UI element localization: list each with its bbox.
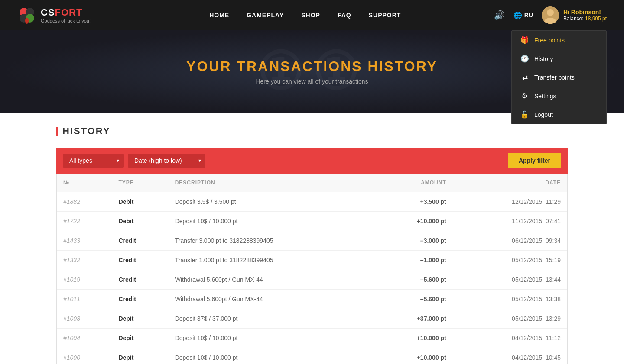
logo-icon	[17, 6, 36, 25]
cell-desc: Deposit 37$ / 37.000 pt	[169, 309, 374, 329]
table-row: #1000 Depit Deposit 10$ / 10.000 pt +10.…	[57, 348, 567, 364]
cell-date: 05/12/2015, 15:19	[453, 251, 567, 270]
table-row: #1882 Debit Deposit 3.5$ / 3.500 pt +3.5…	[57, 192, 567, 212]
globe-icon: 🌐	[514, 11, 522, 19]
cell-desc: Deposit 3.5$ / 3.500 pt	[169, 192, 374, 212]
sort-filter-select[interactable]: Date (high to low) Date (low to high) Am…	[128, 154, 205, 168]
col-amount: AMOUNT	[374, 174, 452, 192]
dropdown-history[interactable]: 🕐 History	[512, 49, 606, 68]
cell-type: Depit	[112, 309, 168, 329]
transactions-table: № TYPE DESCRIPTION AMOUNT DATE #1882 Deb…	[57, 174, 567, 364]
dropdown-free-points[interactable]: 🎁 Free points	[512, 31, 606, 49]
svg-point-4	[25, 18, 29, 24]
language-label: RU	[524, 12, 533, 19]
cell-type: Debit	[112, 212, 168, 231]
cell-date: 05/12/2015, 13:44	[453, 270, 567, 290]
apply-filter-button[interactable]: Apply filter	[508, 153, 561, 168]
logo[interactable]: CSFORT Goddess of luck to you!	[17, 6, 91, 25]
hero-title-highlight: HISTORY	[367, 58, 437, 74]
cell-amount: –5.600 pt	[374, 290, 452, 309]
header: CSFORT Goddess of luck to you! HOME GAME…	[0, 0, 624, 30]
cell-type: Credit	[112, 251, 168, 270]
cell-desc: Deposit 10$ / 10.000 pt	[169, 212, 374, 231]
cell-num: #1004	[57, 329, 112, 348]
page-title: HISTORY	[56, 126, 568, 137]
cell-amount: +10.000 pt	[374, 348, 452, 364]
cell-type: Debit	[112, 192, 168, 212]
main-nav: HOME GAMEPLAY SHOP FAQ SUPPORT	[117, 12, 494, 19]
cell-num: #1332	[57, 251, 112, 270]
cell-desc: Withdrawal 5.600pt / Gun MX-44	[169, 290, 374, 309]
hero-title: YOUR TRANSACTIONS HISTORY	[186, 58, 438, 74]
cell-amount: +3.500 pt	[374, 192, 452, 212]
cell-desc: Deposit 10$ / 10.000 pt	[169, 329, 374, 348]
main-content: HISTORY All types Debit Credit Date (hig…	[0, 113, 624, 364]
cell-date: 11/12/2015, 07:41	[453, 212, 567, 231]
gift-icon: 🎁	[520, 36, 529, 44]
clock-icon: 🕐	[520, 55, 529, 63]
balance-value: 18,995 pt	[585, 16, 607, 22]
table-row: #1008 Depit Deposit 37$ / 37.000 pt +37.…	[57, 309, 567, 329]
cell-date: 05/12/2015, 13:38	[453, 290, 567, 309]
table-row: #1004 Depit Deposit 10$ / 10.000 pt +10.…	[57, 329, 567, 348]
user-area[interactable]: Hi Robinson! Balance: 18,995 pt	[542, 6, 607, 24]
table-row: #1332 Credit Transfer 1.000 pt to 318228…	[57, 251, 567, 270]
col-num: №	[57, 174, 112, 192]
cell-type: Depit	[112, 348, 168, 364]
cell-date: 12/12/2015, 11:29	[453, 192, 567, 212]
nav-shop[interactable]: SHOP	[301, 12, 320, 19]
cell-num: #1722	[57, 212, 112, 231]
dropdown-logout[interactable]: 🔓 Logout	[512, 105, 606, 124]
table-row: #1433 Credit Transfer 3.000 pt to 318228…	[57, 231, 567, 251]
nav-home[interactable]: HOME	[209, 12, 229, 19]
col-type: TYPE	[112, 174, 168, 192]
hero-subtitle: Here you can view all of your transactio…	[256, 78, 368, 85]
user-info: Hi Robinson! Balance: 18,995 pt	[563, 9, 607, 22]
logo-cs: CS	[41, 7, 55, 18]
table-header: № TYPE DESCRIPTION AMOUNT DATE	[57, 174, 567, 192]
language-selector[interactable]: 🌐 RU	[514, 11, 533, 19]
logo-subtitle: Goddess of luck to you!	[41, 18, 91, 23]
type-filter-select[interactable]: All types Debit Credit	[63, 154, 124, 168]
cell-amount: +10.000 pt	[374, 329, 452, 348]
logo-fort: FORT	[55, 7, 83, 18]
sort-filter-wrapper[interactable]: Date (high to low) Date (low to high) Am…	[128, 154, 205, 168]
cell-num: #1433	[57, 231, 112, 251]
user-dropdown: 🎁 Free points 🕐 History ⇄ Transfer point…	[511, 30, 607, 124]
settings-icon: ⚙	[520, 92, 529, 100]
cell-type: Credit	[112, 270, 168, 290]
cell-desc: Withdrawal 5.600pt / Gun MX-44	[169, 270, 374, 290]
cell-date: 04/12/2015, 10:45	[453, 348, 567, 364]
cell-amount: –1.000 pt	[374, 251, 452, 270]
user-greeting: Hi Robinson!	[563, 9, 607, 16]
cell-amount: –3.000 pt	[374, 231, 452, 251]
cell-date: 06/12/2015, 09:34	[453, 231, 567, 251]
dropdown-transfer[interactable]: ⇄ Transfer points	[512, 68, 606, 87]
type-filter-wrapper[interactable]: All types Debit Credit	[63, 154, 124, 168]
nav-support[interactable]: SUPPORT	[369, 12, 401, 19]
cell-num: #1882	[57, 192, 112, 212]
dropdown-settings[interactable]: ⚙ Settings	[512, 87, 606, 105]
cell-num: #1008	[57, 309, 112, 329]
cell-date: 04/12/2015, 11:12	[453, 329, 567, 348]
nav-gameplay[interactable]: GAMEPLAY	[247, 12, 284, 19]
cell-type: Credit	[112, 231, 168, 251]
sound-icon[interactable]: 🔊	[494, 10, 505, 20]
transactions-table-wrapper: № TYPE DESCRIPTION AMOUNT DATE #1882 Deb…	[56, 174, 568, 364]
cell-num: #1011	[57, 290, 112, 309]
col-desc: DESCRIPTION	[169, 174, 374, 192]
user-balance: Balance: 18,995 pt	[563, 16, 607, 22]
cell-amount: +10.000 pt	[374, 212, 452, 231]
logout-icon: 🔓	[520, 110, 529, 119]
svg-point-6	[547, 9, 554, 16]
nav-faq[interactable]: FAQ	[338, 12, 351, 19]
cell-num: #1019	[57, 270, 112, 290]
transactions-body: #1882 Debit Deposit 3.5$ / 3.500 pt +3.5…	[57, 192, 567, 364]
cell-desc: Transfer 1.000 pt to 3182288399405	[169, 251, 374, 270]
cell-type: Depit	[112, 329, 168, 348]
cell-num: #1000	[57, 348, 112, 364]
cell-amount: –5.600 pt	[374, 270, 452, 290]
cell-amount: +37.000 pt	[374, 309, 452, 329]
header-right: 🔊 🌐 RU Hi Robinson! Balance: 18,995 pt	[494, 6, 607, 24]
cell-desc: Deposit 10$ / 10.000 pt	[169, 348, 374, 364]
